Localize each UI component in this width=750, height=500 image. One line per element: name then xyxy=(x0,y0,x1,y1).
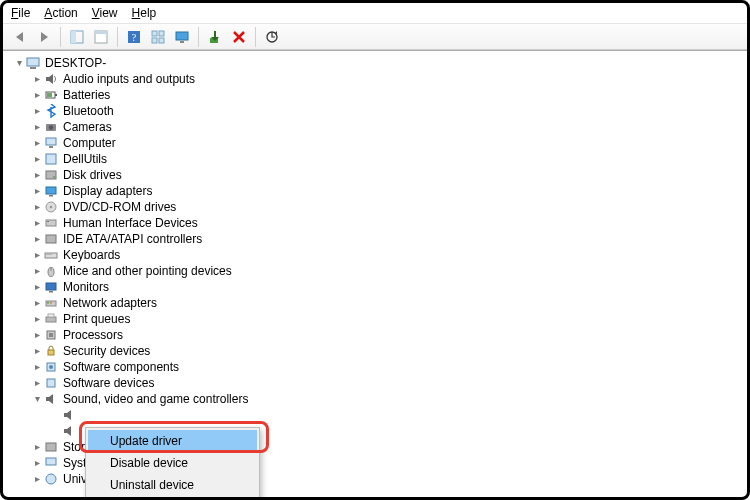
expander-icon[interactable]: ▾ xyxy=(31,391,43,407)
scan-icon[interactable] xyxy=(261,26,283,48)
mice-icon xyxy=(43,263,59,279)
ide-icon xyxy=(43,231,59,247)
tree-item-label: Batteries xyxy=(63,87,110,103)
expander-icon[interactable]: ▸ xyxy=(31,215,43,231)
svg-rect-43 xyxy=(50,302,52,304)
expander-icon[interactable]: ▸ xyxy=(31,231,43,247)
tree-item-label: DVD/CD-ROM drives xyxy=(63,199,176,215)
tree-item-printq[interactable]: ▸Print queues xyxy=(7,311,747,327)
expander-icon[interactable]: ▾ xyxy=(13,55,25,71)
tree-item-ide[interactable]: ▸IDE ATA/ATAPI controllers xyxy=(7,231,747,247)
network-icon xyxy=(43,295,59,311)
svg-rect-39 xyxy=(46,283,56,290)
svg-rect-7 xyxy=(159,31,164,36)
help-icon[interactable]: ? xyxy=(123,26,145,48)
expander-icon[interactable]: ▸ xyxy=(31,471,43,487)
tree-item-mice[interactable]: ▸Mice and other pointing devices xyxy=(7,263,747,279)
expander-icon[interactable]: ▸ xyxy=(31,263,43,279)
svg-rect-26 xyxy=(46,187,56,194)
tile-icon[interactable] xyxy=(147,26,169,48)
properties-window-icon[interactable] xyxy=(90,26,112,48)
svg-rect-51 xyxy=(47,379,55,387)
svg-rect-11 xyxy=(180,41,184,43)
svg-point-25 xyxy=(53,176,55,178)
expander-icon[interactable]: ▸ xyxy=(31,455,43,471)
expander-icon[interactable]: ▸ xyxy=(31,359,43,375)
expander-icon[interactable]: ▸ xyxy=(31,167,43,183)
tree-item-label: Disk drives xyxy=(63,167,122,183)
forward-icon[interactable] xyxy=(33,26,55,48)
monitor-icon[interactable] xyxy=(171,26,193,48)
ctx-disable-device[interactable]: Disable device xyxy=(88,452,257,474)
menu-action[interactable]: Action xyxy=(44,6,77,20)
univ-icon xyxy=(43,471,59,487)
tree-item-cameras[interactable]: ▸Cameras xyxy=(7,119,747,135)
svg-rect-23 xyxy=(46,154,56,164)
tree-item-swcomp[interactable]: ▸Software components xyxy=(7,359,747,375)
tree-item-processors[interactable]: ▸Processors xyxy=(7,327,747,343)
tree-item-hid[interactable]: ▸Human Interface Devices xyxy=(7,215,747,231)
ctx-update-driver[interactable]: Update driver xyxy=(88,430,257,452)
root-label: DESKTOP- xyxy=(45,55,106,71)
svg-rect-42 xyxy=(47,302,49,304)
show-hide-tree-icon[interactable] xyxy=(66,26,88,48)
menu-view[interactable]: View xyxy=(92,6,118,20)
svg-rect-44 xyxy=(46,317,56,322)
bluetooth-icon xyxy=(43,103,59,119)
expander-icon[interactable]: ▸ xyxy=(31,375,43,391)
svg-rect-15 xyxy=(30,67,36,69)
expander-icon[interactable]: ▸ xyxy=(31,279,43,295)
tree-item-label: Monitors xyxy=(63,279,109,295)
uninstall-icon[interactable] xyxy=(228,26,250,48)
tree-item-swdev[interactable]: ▸Software devices xyxy=(7,375,747,391)
tree-item-label: Audio inputs and outputs xyxy=(63,71,195,87)
expander-icon[interactable]: ▸ xyxy=(31,247,43,263)
menu-help[interactable]: Help xyxy=(132,6,157,20)
ctx-uninstall-device[interactable]: Uninstall device xyxy=(88,474,257,496)
tree-item-disk[interactable]: ▸Disk drives xyxy=(7,167,747,183)
svg-rect-34 xyxy=(47,254,48,255)
expander-icon[interactable]: ▸ xyxy=(31,87,43,103)
tree-item-security[interactable]: ▸Security devices xyxy=(7,343,747,359)
update-driver-icon[interactable] xyxy=(204,26,226,48)
dvd-icon xyxy=(43,199,59,215)
tree-item-bluetooth[interactable]: ▸Bluetooth xyxy=(7,103,747,119)
stor-icon xyxy=(43,439,59,455)
svg-rect-40 xyxy=(49,291,53,293)
tree-item-display[interactable]: ▸Display adapters xyxy=(7,183,747,199)
svg-rect-1 xyxy=(71,31,76,43)
tree-item-label: Computer xyxy=(63,135,116,151)
tree-item-dellutils[interactable]: ▸DellUtils xyxy=(7,151,747,167)
expander-icon[interactable]: ▸ xyxy=(31,135,43,151)
tree-item-network[interactable]: ▸Network adapters xyxy=(7,295,747,311)
tree-root[interactable]: ▾ DESKTOP- xyxy=(7,55,747,71)
expander-icon[interactable]: ▸ xyxy=(31,119,43,135)
svg-rect-31 xyxy=(47,221,49,222)
expander-icon[interactable]: ▸ xyxy=(31,311,43,327)
tree-item-computer[interactable]: ▸Computer xyxy=(7,135,747,151)
keyboards-icon xyxy=(43,247,59,263)
tree-item-keyboards[interactable]: ▸Keyboards xyxy=(7,247,747,263)
tree-item-monitors[interactable]: ▸Monitors xyxy=(7,279,747,295)
svg-rect-47 xyxy=(49,333,53,337)
tree-item-batteries[interactable]: ▸Batteries xyxy=(7,87,747,103)
expander-icon[interactable]: ▸ xyxy=(31,327,43,343)
menu-file[interactable]: File xyxy=(11,6,30,20)
expander-icon[interactable]: ▸ xyxy=(31,439,43,455)
tree-item-audio[interactable]: ▸Audio inputs and outputs xyxy=(7,71,747,87)
expander-icon[interactable]: ▸ xyxy=(31,151,43,167)
tree-item-dvd[interactable]: ▸DVD/CD-ROM drives xyxy=(7,199,747,215)
tree-item-sound[interactable]: ▾Sound, video and game controllers xyxy=(7,391,747,407)
monitors-icon xyxy=(43,279,59,295)
back-icon[interactable] xyxy=(9,26,31,48)
expander-icon[interactable]: ▸ xyxy=(31,343,43,359)
svg-text:?: ? xyxy=(132,32,137,43)
tree-item-label: Univ xyxy=(63,471,87,487)
tree-child-sound-device[interactable]: · xyxy=(7,407,747,423)
expander-icon[interactable]: ▸ xyxy=(31,183,43,199)
expander-icon[interactable]: ▸ xyxy=(31,295,43,311)
expander-icon[interactable]: ▸ xyxy=(31,103,43,119)
expander-icon[interactable]: ▸ xyxy=(31,71,43,87)
expander-icon[interactable]: ▸ xyxy=(31,199,43,215)
tree-item-label: Display adapters xyxy=(63,183,152,199)
